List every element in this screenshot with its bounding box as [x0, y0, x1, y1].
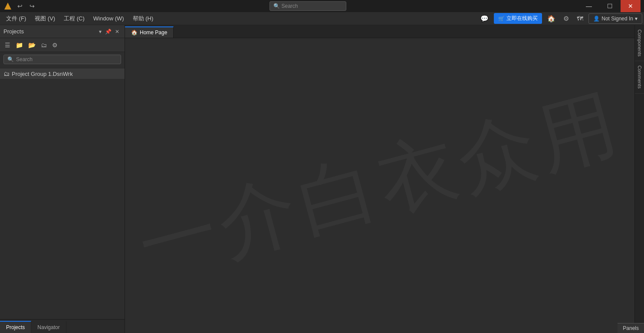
menu-window[interactable]: Window (W): [89, 13, 128, 23]
redo-icon: ↪: [30, 3, 35, 10]
titlebar-controls: — ☐ ✕: [579, 0, 641, 12]
tab-home-page[interactable]: 🏠 Home Page: [125, 26, 174, 38]
right-panel-tabs: Components Comments: [634, 25, 644, 333]
new-project-button[interactable]: ☰: [3, 40, 13, 50]
settings-button[interactable]: ⚙: [561, 13, 572, 24]
redo-button[interactable]: ↪: [28, 2, 36, 10]
right-tab-components[interactable]: Components: [635, 25, 644, 61]
open-folder-button[interactable]: 📁: [13, 40, 25, 50]
main-layout: Projects ▾ 📌 ✕ ☰ 📁 📂 🗂 ⚙ 🔍: [0, 25, 644, 333]
panel-close-button[interactable]: ✕: [113, 28, 121, 36]
tree-item-label: Project Group 1.DsnWrk: [12, 71, 73, 77]
dropdown-chevron-icon: ▾: [635, 16, 637, 22]
panel-tree: 🗂 Project Group 1.DsnWrk: [0, 67, 125, 319]
content-area: 🏠 Home Page 一介白衣众用: [125, 25, 634, 333]
home-tab-label: Home Page: [140, 29, 167, 36]
new-file-icon: ☰: [5, 42, 10, 49]
buy-icon: 🛒: [498, 16, 505, 22]
close-button[interactable]: ✕: [621, 0, 641, 12]
tree-item-project-group[interactable]: 🗂 Project Group 1.DsnWrk: [0, 69, 125, 79]
titlebar-search-box: 🔍: [269, 1, 346, 11]
right-tab-comments[interactable]: Comments: [635, 61, 644, 93]
left-panel: Projects ▾ 📌 ✕ ☰ 📁 📂 🗂 ⚙ 🔍: [0, 25, 125, 333]
panel-toolbar: ☰ 📁 📂 🗂 ⚙: [0, 38, 125, 52]
svg-marker-0: [4, 3, 11, 10]
titlebar: ↩ ↪ 🔍 — ☐ ✕: [0, 0, 644, 12]
tab-bar: 🏠 Home Page: [125, 25, 634, 38]
home-icon: 🏠: [547, 15, 555, 23]
watermark-text: 一介白衣众用: [131, 84, 629, 287]
undo-button[interactable]: ↩: [16, 2, 24, 10]
panel-header: Projects ▾ 📌 ✕: [0, 25, 125, 38]
open-folder-icon: 📂: [28, 42, 36, 49]
project-settings-button[interactable]: ⚙: [50, 40, 60, 50]
panels-button[interactable]: Panels: [618, 323, 644, 333]
menu-file[interactable]: 文件 (F): [2, 13, 30, 24]
home-tab-icon: 🏠: [131, 29, 138, 36]
maximize-button[interactable]: ☐: [600, 0, 620, 12]
menubar: 文件 (F) 视图 (V) 工程 (C) Window (W) 帮助 (H) 💬…: [0, 12, 644, 25]
panel-search-icon: 🔍: [7, 56, 14, 62]
layer-icon: 🗺: [577, 15, 583, 22]
layer-button[interactable]: 🗺: [574, 13, 586, 23]
folder-icon: 📁: [16, 42, 23, 49]
menu-project[interactable]: 工程 (C): [59, 13, 89, 24]
tab-navigator[interactable]: Navigator: [31, 321, 66, 333]
undo-icon: ↩: [17, 3, 23, 10]
panel-search-box: 🔍: [3, 55, 121, 64]
panel-bottom-tabs: Projects Navigator: [0, 319, 125, 333]
titlebar-search-input[interactable]: [282, 3, 342, 9]
close-folder-icon: 🗂: [41, 42, 47, 49]
search-icon: 🔍: [273, 3, 280, 9]
message-icon: 💬: [480, 15, 489, 23]
home-button[interactable]: 🏠: [545, 13, 558, 24]
content-main: 一介白衣众用: [125, 38, 634, 333]
menubar-right: 💬 🛒 立即在线购买 🏠 ⚙ 🗺 👤 Not Signed In ▾: [478, 13, 642, 24]
panel-title: Projects: [3, 28, 97, 35]
menu-view[interactable]: 视图 (V): [30, 13, 59, 24]
titlebar-left: ↩ ↪: [3, 2, 36, 10]
open-project-button[interactable]: 📂: [26, 40, 38, 50]
close-project-button[interactable]: 🗂: [39, 40, 49, 50]
account-button[interactable]: 👤 Not Signed In ▾: [588, 13, 642, 24]
account-icon: 👤: [593, 16, 600, 22]
project-group-icon: 🗂: [3, 70, 10, 77]
menu-help[interactable]: 帮助 (H): [128, 13, 158, 24]
tab-projects[interactable]: Projects: [0, 321, 31, 333]
minimize-button[interactable]: —: [579, 0, 599, 12]
gear-icon: ⚙: [563, 15, 569, 23]
watermark: 一介白衣众用: [125, 38, 634, 333]
buy-button[interactable]: 🛒 立即在线购买: [494, 13, 542, 24]
panel-search-input[interactable]: [16, 56, 117, 62]
message-button[interactable]: 💬: [478, 13, 491, 24]
settings-icon: ⚙: [52, 42, 58, 49]
app-logo-icon: [3, 2, 12, 10]
panel-menu-button[interactable]: ▾: [97, 28, 103, 36]
panel-pin-button[interactable]: 📌: [103, 28, 113, 36]
